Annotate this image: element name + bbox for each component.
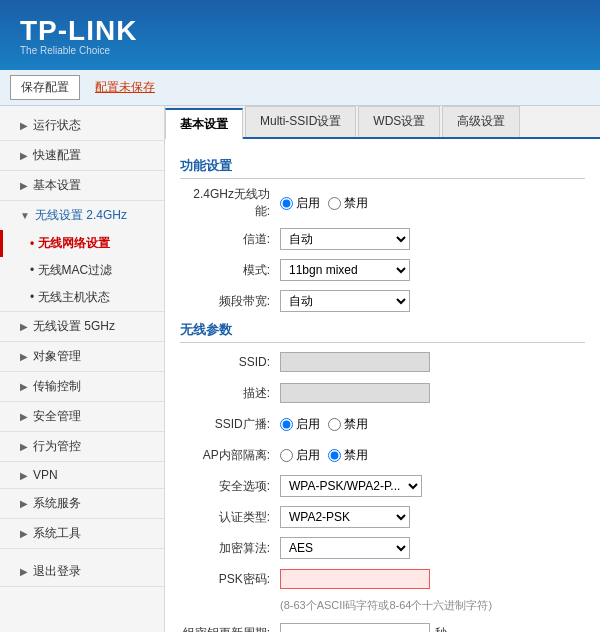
sidebar-group-sysservice: ▶ 系统服务 — [0, 489, 164, 519]
sidebar-item-quicksetup[interactable]: ▶ 快速配置 — [0, 141, 164, 170]
sidebar-item-wireless5[interactable]: ▶ 无线设置 5GHz — [0, 312, 164, 341]
label-ssid: SSID: — [180, 355, 280, 369]
radio-isolation-enable[interactable]: 启用 — [280, 447, 320, 464]
tab-wds[interactable]: WDS设置 — [358, 106, 440, 137]
sidebar-label-vpn: VPN — [33, 468, 58, 482]
psk-hint: (8-63个ASCII码字符或8-64个十六进制字符) — [280, 598, 585, 613]
sidebar-item-logout[interactable]: ▶ 退出登录 — [0, 557, 164, 586]
arrow-icon: ▶ — [20, 411, 28, 422]
control-auth: WPA2-PSK — [280, 506, 585, 528]
select-auth[interactable]: WPA2-PSK — [280, 506, 410, 528]
control-mode: 11bgn mixed — [280, 259, 585, 281]
sidebar-group-obj: ▶ 对象管理 — [0, 342, 164, 372]
sidebar-label-transfer: 传输控制 — [33, 378, 81, 395]
row-freq: 2.4GHz无线功能: 启用 禁用 — [180, 186, 585, 220]
label-bandwidth: 频段带宽: — [180, 293, 280, 310]
radio-freq-enable-input[interactable] — [280, 197, 293, 210]
input-psk[interactable] — [280, 569, 430, 589]
header: TP-LINK The Reliable Choice — [0, 0, 600, 70]
radio-broadcast-disable[interactable]: 禁用 — [328, 416, 368, 433]
sidebar-group-logout: ▶ 退出登录 — [0, 557, 164, 587]
row-psk: PSK密码: — [180, 567, 585, 591]
sidebar-label-security: 安全管理 — [33, 408, 81, 425]
sidebar-item-basicsetup[interactable]: ▶ 基本设置 — [0, 171, 164, 200]
arrow-icon: ▶ — [20, 321, 28, 332]
tab-advanced[interactable]: 高级设置 — [442, 106, 520, 137]
sidebar-item-sysservice[interactable]: ▶ 系统服务 — [0, 489, 164, 518]
row-renewal: 组密钥更新周期: 86400 秒 — [180, 621, 585, 632]
control-ssid — [280, 352, 585, 372]
tab-multissid[interactable]: Multi-SSID设置 — [245, 106, 356, 137]
arrow-icon: ▶ — [20, 528, 28, 539]
radio-freq-disable-label: 禁用 — [344, 195, 368, 212]
arrow-icon: ▶ — [20, 351, 28, 362]
sidebar-label-wireless5: 无线设置 5GHz — [33, 318, 115, 335]
control-encrypt: AES — [280, 537, 585, 559]
select-channel[interactable]: 自动 — [280, 228, 410, 250]
radio-broadcast-enable[interactable]: 启用 — [280, 416, 320, 433]
label-auth: 认证类型: — [180, 509, 280, 526]
radio-isolation-disable[interactable]: 禁用 — [328, 447, 368, 464]
logo-tp-link: TP-LINK — [20, 15, 137, 47]
sidebar-group-transfer: ▶ 传输控制 — [0, 372, 164, 402]
arrow-icon: ▶ — [20, 180, 28, 191]
select-mode[interactable]: 11bgn mixed — [280, 259, 410, 281]
sidebar-item-vpn[interactable]: ▶ VPN — [0, 462, 164, 488]
radio-isolation-disable-input[interactable] — [328, 449, 341, 462]
radio-freq-disable[interactable]: 禁用 — [328, 195, 368, 212]
sidebar-item-systool[interactable]: ▶ 系统工具 — [0, 519, 164, 548]
control-ssid-broadcast: 启用 禁用 — [280, 416, 585, 433]
sidebar-group-behavior: ▶ 行为管控 — [0, 432, 164, 462]
select-security[interactable]: WPA-PSK/WPA2-P... — [280, 475, 422, 497]
content-area: 基本设置 Multi-SSID设置 WDS设置 高级设置 功能设置 2.4GHz… — [165, 106, 600, 632]
arrow-icon: ▶ — [20, 566, 28, 577]
control-desc — [280, 383, 585, 403]
sidebar-item-security[interactable]: ▶ 安全管理 — [0, 402, 164, 431]
input-desc[interactable] — [280, 383, 430, 403]
sidebar-item-obj[interactable]: ▶ 对象管理 — [0, 342, 164, 371]
sidebar-label-sysservice: 系统服务 — [33, 495, 81, 512]
input-ssid[interactable] — [280, 352, 430, 372]
sidebar-item-wireless24[interactable]: ▼ 无线设置 2.4GHz — [0, 201, 164, 230]
save-config-button[interactable]: 保存配置 — [10, 75, 80, 100]
select-bandwidth[interactable]: 自动 — [280, 290, 410, 312]
section-title-wireless: 无线参数 — [180, 321, 585, 343]
tab-bar: 基本设置 Multi-SSID设置 WDS设置 高级设置 — [165, 106, 600, 139]
sidebar: ▶ 运行状态 ▶ 快速配置 ▶ 基本设置 ▼ 无线设置 2.4GHz • 无线网… — [0, 106, 165, 632]
label-psk: PSK密码: — [180, 571, 280, 588]
row-mode: 模式: 11bgn mixed — [180, 258, 585, 282]
control-bandwidth: 自动 — [280, 290, 585, 312]
toolbar: 保存配置 配置未保存 — [0, 70, 600, 106]
tab-basic[interactable]: 基本设置 — [165, 108, 243, 139]
sidebar-label-status: 运行状态 — [33, 117, 81, 134]
radio-freq-disable-input[interactable] — [328, 197, 341, 210]
sidebar-subitem-host-status[interactable]: • 无线主机状态 — [0, 284, 164, 311]
radio-freq-enable[interactable]: 启用 — [280, 195, 320, 212]
sidebar-label-behavior: 行为管控 — [33, 438, 81, 455]
sidebar-item-behavior[interactable]: ▶ 行为管控 — [0, 432, 164, 461]
radio-broadcast-enable-input[interactable] — [280, 418, 293, 431]
sidebar-item-transfer[interactable]: ▶ 传输控制 — [0, 372, 164, 401]
label-channel: 信道: — [180, 231, 280, 248]
sidebar-group-3: ▶ 基本设置 — [0, 171, 164, 201]
control-renewal: 86400 秒 — [280, 623, 585, 632]
sidebar-group-2: ▶ 快速配置 — [0, 141, 164, 171]
sidebar-subitem-mac-filter[interactable]: • 无线MAC过滤 — [0, 257, 164, 284]
label-mode: 模式: — [180, 262, 280, 279]
sidebar-subitem-wireless-net[interactable]: • 无线网络设置 — [0, 230, 164, 257]
arrow-icon: ▶ — [20, 150, 28, 161]
sidebar-group-vpn: ▶ VPN — [0, 462, 164, 489]
sidebar-item-status[interactable]: ▶ 运行状态 — [0, 111, 164, 140]
radio-broadcast-disable-input[interactable] — [328, 418, 341, 431]
control-security: WPA-PSK/WPA2-P... — [280, 475, 585, 497]
radio-isolation-enable-input[interactable] — [280, 449, 293, 462]
select-encrypt[interactable]: AES — [280, 537, 410, 559]
main-layout: ▶ 运行状态 ▶ 快速配置 ▶ 基本设置 ▼ 无线设置 2.4GHz • 无线网… — [0, 106, 600, 632]
sidebar-label-basicsetup: 基本设置 — [33, 177, 81, 194]
sidebar-group-systool: ▶ 系统工具 — [0, 519, 164, 549]
sidebar-label-quicksetup: 快速配置 — [33, 147, 81, 164]
input-renewal[interactable]: 86400 — [280, 623, 430, 632]
label-freq: 2.4GHz无线功能: — [180, 186, 280, 220]
sidebar-group-1: ▶ 运行状态 — [0, 111, 164, 141]
form-area: 功能设置 2.4GHz无线功能: 启用 禁用 信道: 自动 — [165, 139, 600, 632]
